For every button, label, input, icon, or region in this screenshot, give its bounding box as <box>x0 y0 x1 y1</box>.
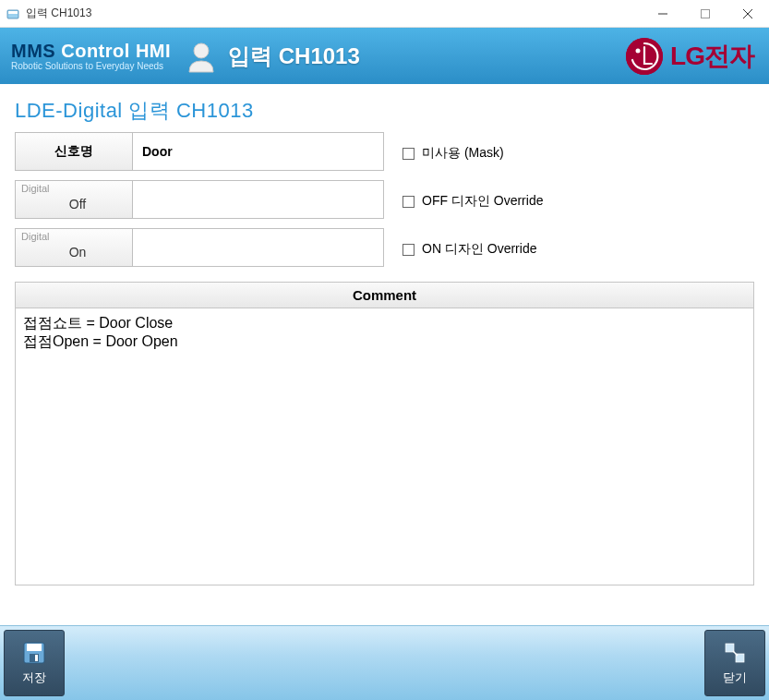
comment-section: Comment 접점쇼트 = Door Close 접점Open = Door … <box>15 282 754 585</box>
form-left: 신호명 Digital Off Digital On <box>15 132 384 278</box>
titlebar-left: 입력 CH1013 <box>6 6 91 21</box>
label-on-mini: Digital <box>21 231 50 242</box>
label-off-text: Off <box>69 197 86 211</box>
window-title: 입력 CH1013 <box>26 6 91 21</box>
brand-subtitle: Robotic Solutions to Everyday Needs <box>11 61 171 71</box>
svg-rect-11 <box>35 655 38 661</box>
close-footer-button-label: 닫기 <box>723 670 747 686</box>
form-right: 미사용 (Mask) OFF 디자인 Override ON 디자인 Overr… <box>403 132 754 278</box>
page-title: 입력 CH1013 <box>228 42 360 71</box>
comment-body[interactable]: 접점쇼트 = Door Close 접점Open = Door Open <box>15 308 754 585</box>
input-on[interactable] <box>133 228 384 267</box>
row-on: Digital On <box>15 228 384 267</box>
check-off-override-row: OFF 디자인 Override <box>403 182 754 221</box>
close-footer-icon <box>722 640 748 666</box>
label-off-mini: Digital <box>21 183 50 194</box>
minimize-button[interactable] <box>642 0 684 27</box>
close-footer-button[interactable]: 닫기 <box>704 630 765 696</box>
svg-point-7 <box>636 48 641 53</box>
comment-header: Comment <box>15 282 754 308</box>
check-mask[interactable] <box>403 148 415 160</box>
header-banner: MMS Control HMI Robotic Solutions to Eve… <box>0 28 769 84</box>
check-off-override-label: OFF 디자인 Override <box>422 193 543 210</box>
svg-rect-9 <box>27 644 42 651</box>
label-signal-text: 신호명 <box>54 143 93 160</box>
svg-rect-12 <box>726 644 734 652</box>
save-icon <box>21 640 47 666</box>
maximize-icon <box>701 9 710 18</box>
check-on-override[interactable] <box>403 244 415 256</box>
main-content: LDE-Digital 입력 CH1013 신호명 Digital Off Di… <box>0 84 769 625</box>
lg-logo-icon <box>626 38 663 75</box>
check-on-override-label: ON 디자인 Override <box>422 241 536 258</box>
window-controls <box>642 0 769 27</box>
save-button-label: 저장 <box>22 670 46 686</box>
svg-rect-1 <box>8 11 18 14</box>
app-icon <box>6 6 20 21</box>
brand-mms: MMS <box>11 41 55 61</box>
user-icon <box>184 39 219 74</box>
row-off: Digital Off <box>15 180 384 219</box>
save-button[interactable]: 저장 <box>4 630 65 696</box>
maximize-button[interactable] <box>684 0 727 27</box>
form-area: 신호명 Digital Off Digital On <box>15 132 754 278</box>
footer-bar: 저장 닫기 <box>0 625 769 700</box>
label-off: Digital Off <box>15 180 133 219</box>
logo-block: LG전자 <box>626 38 754 75</box>
check-on-override-row: ON 디자인 Override <box>403 230 754 269</box>
lg-logo-text: LG전자 <box>670 39 754 74</box>
window-titlebar: 입력 CH1013 <box>0 0 769 28</box>
input-signal[interactable] <box>133 132 384 171</box>
row-signal: 신호명 <box>15 132 384 171</box>
svg-point-5 <box>194 43 209 58</box>
label-signal: 신호명 <box>15 132 133 171</box>
close-button[interactable] <box>727 0 769 27</box>
check-mask-label: 미사용 (Mask) <box>422 145 504 162</box>
check-mask-row: 미사용 (Mask) <box>403 134 754 173</box>
check-off-override[interactable] <box>403 196 415 208</box>
label-on-text: On <box>69 245 87 259</box>
input-off[interactable] <box>133 180 384 219</box>
label-on: Digital On <box>15 228 133 267</box>
section-title: LDE-Digital 입력 CH1013 <box>15 97 754 132</box>
brand-block: MMS Control HMI Robotic Solutions to Eve… <box>11 41 171 71</box>
brand-rest: Control HMI <box>55 41 171 61</box>
brand-title: MMS Control HMI <box>11 41 171 62</box>
